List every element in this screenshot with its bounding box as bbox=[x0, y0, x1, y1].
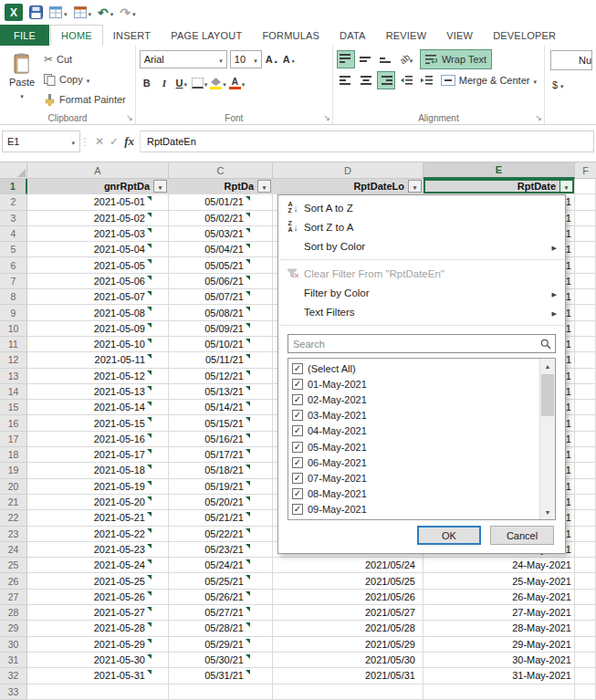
cell-A31[interactable]: 2021-05-30 bbox=[27, 653, 169, 668]
cell-F17[interactable] bbox=[575, 432, 596, 447]
cell-C25[interactable]: 05/24/21 bbox=[169, 558, 273, 573]
filter-item[interactable]: 03-May-2021 bbox=[292, 408, 539, 423]
row-header-15[interactable]: 15 bbox=[0, 400, 27, 415]
italic-button[interactable]: I bbox=[157, 74, 172, 92]
menu-item-text-filters[interactable]: Text Filters bbox=[278, 302, 565, 321]
font-family-combo[interactable]: Arial bbox=[140, 50, 227, 68]
grow-font-button[interactable]: A bbox=[265, 50, 279, 68]
name-box[interactable]: E1 bbox=[2, 131, 80, 152]
filter-item[interactable]: (Select All) bbox=[292, 360, 539, 376]
font-color-button[interactable]: A bbox=[229, 74, 246, 92]
checkbox-icon[interactable] bbox=[292, 425, 303, 436]
cell-D32[interactable]: 2021/05/31 bbox=[273, 668, 423, 684]
align-left-button[interactable] bbox=[337, 71, 355, 89]
cell-C20[interactable]: 05/19/21 bbox=[169, 479, 273, 495]
cell-F20[interactable] bbox=[575, 479, 596, 495]
checkbox-icon[interactable] bbox=[292, 457, 303, 468]
cell-C19[interactable]: 05/18/21 bbox=[169, 463, 273, 478]
shrink-font-button[interactable]: A bbox=[282, 50, 297, 68]
align-right-button[interactable] bbox=[377, 71, 395, 89]
cell-D33[interactable] bbox=[273, 684, 423, 700]
ok-button[interactable]: OK bbox=[417, 526, 481, 545]
row-header-1[interactable]: 1 bbox=[0, 179, 27, 194]
tab-formulas[interactable]: FORMULAS bbox=[252, 25, 329, 46]
cell-C18[interactable]: 05/17/21 bbox=[169, 447, 273, 463]
cell-C21[interactable]: 05/20/21 bbox=[169, 495, 273, 510]
row-header-32[interactable]: 32 bbox=[0, 668, 27, 684]
merge-center-button[interactable]: Merge & Center bbox=[437, 71, 540, 89]
cell-F15[interactable] bbox=[575, 400, 596, 415]
checkbox-icon[interactable] bbox=[292, 410, 303, 421]
cell-A24[interactable]: 2021-05-23 bbox=[27, 542, 169, 558]
filter-item[interactable]: 07-May-2021 bbox=[292, 470, 539, 486]
column-header-C[interactable]: C bbox=[169, 162, 273, 179]
cell-C23[interactable]: 05/22/21 bbox=[169, 527, 273, 542]
cell-D30[interactable]: 2021/05/29 bbox=[273, 637, 423, 653]
row-header-10[interactable]: 10 bbox=[0, 321, 27, 337]
cell-D1[interactable]: RptDateLo bbox=[273, 179, 423, 194]
cell-C3[interactable]: 05/02/21 bbox=[169, 211, 273, 226]
row-header-16[interactable]: 16 bbox=[0, 415, 27, 431]
row-header-3[interactable]: 3 bbox=[0, 211, 27, 226]
cell-C4[interactable]: 05/03/21 bbox=[169, 226, 273, 242]
cell-F14[interactable] bbox=[575, 384, 596, 400]
bottom-align-button[interactable] bbox=[377, 50, 395, 68]
cell-C8[interactable]: 05/07/21 bbox=[169, 289, 273, 305]
row-header-21[interactable]: 21 bbox=[0, 495, 27, 510]
wrap-text-button[interactable]: Wrap Text bbox=[420, 49, 492, 69]
cell-F27[interactable] bbox=[575, 590, 596, 605]
row-header-26[interactable]: 26 bbox=[0, 573, 27, 589]
paste-button[interactable]: Paste bbox=[4, 48, 40, 105]
cell-F2[interactable] bbox=[575, 194, 596, 210]
cell-A22[interactable]: 2021-05-21 bbox=[27, 510, 169, 526]
filter-item[interactable]: 10-May-2021 bbox=[292, 517, 539, 519]
cell-D25[interactable]: 2021/05/24 bbox=[273, 558, 423, 573]
cell-F25[interactable] bbox=[575, 558, 596, 573]
cell-F12[interactable] bbox=[575, 352, 596, 368]
insert-function-icon[interactable]: fx bbox=[124, 134, 134, 149]
tab-home[interactable]: HOME bbox=[50, 25, 103, 46]
cell-F13[interactable] bbox=[575, 369, 596, 384]
copy-button[interactable]: Copy bbox=[44, 71, 126, 88]
filter-item[interactable]: 05-May-2021 bbox=[292, 439, 539, 454]
cell-A9[interactable]: 2021-05-08 bbox=[27, 305, 169, 320]
row-header-31[interactable]: 31 bbox=[0, 653, 27, 668]
cell-F28[interactable] bbox=[575, 605, 596, 621]
cell-A3[interactable]: 2021-05-02 bbox=[27, 211, 169, 226]
row-header-27[interactable]: 27 bbox=[0, 590, 27, 605]
row-header-6[interactable]: 6 bbox=[0, 257, 27, 273]
row-header-33[interactable]: 33 bbox=[0, 684, 27, 700]
cell-A21[interactable]: 2021-05-20 bbox=[27, 495, 169, 510]
cell-D26[interactable]: 2021/05/25 bbox=[273, 573, 423, 589]
row-header-19[interactable]: 19 bbox=[0, 463, 27, 478]
cell-C30[interactable]: 05/29/21 bbox=[169, 637, 273, 653]
row-header-23[interactable]: 23 bbox=[0, 527, 27, 542]
cell-A32[interactable]: 2021-05-31 bbox=[27, 668, 169, 684]
cell-C28[interactable]: 05/27/21 bbox=[169, 605, 273, 621]
cell-C11[interactable]: 05/10/21 bbox=[169, 337, 273, 352]
cell-A6[interactable]: 2021-05-05 bbox=[27, 257, 169, 273]
cell-D31[interactable]: 2021/05/30 bbox=[273, 653, 423, 668]
cell-A18[interactable]: 2021-05-17 bbox=[27, 447, 169, 463]
cell-C2[interactable]: 05/01/21 bbox=[169, 194, 273, 210]
cell-C22[interactable]: 05/21/21 bbox=[169, 510, 273, 526]
fill-color-button[interactable] bbox=[210, 74, 226, 92]
cell-F5[interactable] bbox=[575, 242, 596, 257]
row-header-18[interactable]: 18 bbox=[0, 447, 27, 463]
qat-custom-button-1[interactable] bbox=[49, 6, 68, 18]
search-icon[interactable] bbox=[540, 339, 551, 351]
filter-search-input[interactable] bbox=[288, 334, 556, 353]
filter-button-D[interactable] bbox=[408, 180, 422, 193]
scroll-down-icon[interactable] bbox=[540, 505, 555, 519]
cell-A17[interactable]: 2021-05-16 bbox=[27, 432, 169, 447]
cell-F10[interactable] bbox=[575, 321, 596, 337]
qat-custom-button-2[interactable] bbox=[74, 6, 92, 18]
format-painter-button[interactable]: Format Painter bbox=[44, 91, 126, 108]
scroll-up-icon[interactable] bbox=[540, 359, 555, 373]
cell-E30[interactable]: 29-May-2021 bbox=[423, 637, 575, 653]
cell-F7[interactable] bbox=[575, 274, 596, 289]
tab-insert[interactable]: INSERT bbox=[103, 25, 161, 46]
tab-file[interactable]: FILE bbox=[0, 25, 49, 46]
cell-F9[interactable] bbox=[575, 305, 596, 320]
tab-view[interactable]: VIEW bbox=[436, 25, 483, 46]
